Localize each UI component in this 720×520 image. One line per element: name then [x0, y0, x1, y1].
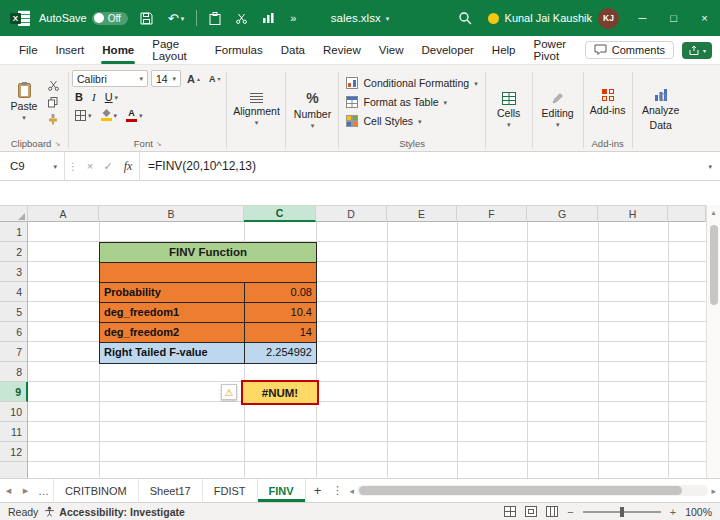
insert-function-button[interactable]: fx — [117, 159, 139, 174]
alignment-button[interactable]: Alignment ▾ — [230, 68, 282, 151]
chart-qat-button[interactable] — [259, 4, 278, 32]
expand-formula-bar-icon[interactable]: ▾ — [700, 163, 720, 170]
row-header-3[interactable]: 3 — [0, 262, 27, 282]
format-painter-button[interactable] — [48, 113, 59, 126]
tab-splitter-icon[interactable]: ⋮ — [330, 479, 346, 502]
close-button[interactable]: × — [689, 0, 720, 36]
autosave-toggle[interactable]: AutoSave Off — [39, 12, 128, 25]
sheet-tab-finv[interactable]: FINV — [258, 479, 306, 502]
font-color-button[interactable]: A ▾ — [123, 107, 146, 123]
conditional-formatting-button[interactable]: Conditional Formatting ▾ — [342, 74, 481, 92]
page-break-view-icon[interactable] — [546, 506, 558, 517]
table-label-cell[interactable]: Probability — [100, 283, 245, 302]
tab-page-layout[interactable]: Page Layout — [143, 36, 206, 65]
table-label-cell[interactable]: deg_freedom1 — [100, 303, 245, 322]
decrease-font-button[interactable]: A▾ — [206, 71, 224, 87]
cut-qat-button[interactable] — [233, 4, 250, 32]
table-value-cell[interactable]: 2.254992 — [245, 343, 316, 363]
row-header-2[interactable]: 2 — [0, 242, 27, 262]
excel-logo-icon[interactable]: X — [10, 9, 30, 27]
row-header-1[interactable]: 1 — [0, 222, 27, 242]
accessibility-status[interactable]: Accessibility: Investigate — [44, 506, 184, 518]
row-header-11[interactable]: 11 — [0, 422, 27, 442]
tab-review[interactable]: Review — [314, 36, 370, 65]
clipboard-qat-button[interactable] — [206, 4, 224, 32]
zoom-slider-knob[interactable] — [620, 507, 624, 517]
undo-button[interactable]: ↶ ▾ — [165, 4, 187, 32]
horizontal-scroll-thumb[interactable] — [359, 486, 682, 495]
comments-button[interactable]: Comments — [585, 41, 674, 59]
tab-view[interactable]: View — [370, 36, 413, 65]
column-header-partial[interactable] — [668, 206, 706, 222]
enter-button[interactable]: ✓ — [99, 160, 117, 173]
tab-insert[interactable]: Insert — [47, 36, 94, 65]
sheet-nav-left-icon[interactable]: ◂ — [0, 479, 17, 502]
tab-developer[interactable]: Developer — [412, 36, 482, 65]
borders-button[interactable]: ▾ — [72, 107, 95, 123]
number-button[interactable]: % Number ▾ — [289, 68, 335, 151]
increase-font-button[interactable]: A▴ — [184, 71, 203, 87]
maximize-button[interactable]: □ — [658, 0, 689, 36]
column-header-f[interactable]: F — [457, 206, 527, 222]
error-options-button[interactable]: ⚠ — [221, 384, 237, 400]
tab-home[interactable]: Home — [93, 36, 143, 65]
normal-view-icon[interactable] — [504, 506, 516, 517]
row-header-9[interactable]: 9 — [0, 382, 28, 402]
cells-button[interactable]: Cells ▾ — [489, 68, 529, 151]
italic-button[interactable]: I — [89, 89, 99, 105]
row-header-4[interactable]: 4 — [0, 282, 27, 302]
table-value-cell[interactable]: 0.08 — [245, 283, 316, 302]
horizontal-scrollbar[interactable]: ◂ ▸ — [346, 479, 720, 502]
fill-color-button[interactable]: ▾ — [98, 107, 121, 123]
name-box[interactable]: C9 ▾ — [0, 152, 64, 180]
column-header-h[interactable]: H — [598, 206, 668, 222]
scroll-up-icon[interactable]: ▴ — [707, 205, 720, 219]
bold-button[interactable]: B — [72, 89, 86, 105]
scroll-right-icon[interactable]: ▸ — [711, 486, 716, 496]
row-header-8[interactable]: 8 — [0, 362, 27, 382]
scroll-left-icon[interactable]: ◂ — [350, 486, 355, 496]
column-header-g[interactable]: G — [527, 206, 598, 222]
share-button[interactable]: ▾ — [682, 42, 712, 59]
table-value-cell[interactable]: 14 — [245, 323, 316, 342]
editing-button[interactable]: Editing ▾ — [536, 68, 580, 151]
row-header-12[interactable]: 12 — [0, 442, 27, 462]
paste-button[interactable]: Paste ▾ — [6, 68, 42, 136]
addins-button[interactable]: Add-ins — [587, 68, 629, 136]
row-header-7[interactable]: 7 — [0, 342, 27, 362]
active-error-cell[interactable]: #NUM! — [241, 380, 319, 405]
vertical-scrollbar[interactable]: ▴ — [706, 205, 720, 478]
sheet-tab-sheet17[interactable]: Sheet17 — [139, 479, 203, 502]
new-sheet-button[interactable]: + — [306, 479, 330, 502]
row-header-10[interactable]: 10 — [0, 402, 27, 422]
cut-button[interactable] — [48, 79, 59, 92]
column-header-c[interactable]: C — [244, 206, 316, 222]
sheet-nav-right-icon[interactable]: ▸ — [17, 479, 34, 502]
table-value-cell[interactable]: 10.4 — [245, 303, 316, 322]
row-header-6[interactable]: 6 — [0, 322, 27, 342]
tab-help[interactable]: Help — [483, 36, 525, 65]
font-dialog-launcher[interactable]: ↘ — [156, 140, 162, 148]
column-header-b[interactable]: B — [99, 206, 244, 222]
horizontal-scroll-track[interactable] — [357, 485, 708, 496]
zoom-slider[interactable] — [583, 511, 661, 513]
formula-input[interactable]: =FINV(20,10^12,13) — [140, 159, 700, 173]
cell-styles-button[interactable]: Cell Styles ▾ — [342, 112, 481, 130]
table-label-cell[interactable]: Right Tailed F-value — [100, 343, 245, 363]
page-layout-view-icon[interactable] — [525, 506, 537, 517]
tab-power-pivot[interactable]: Power Pivot — [525, 36, 585, 65]
cancel-button[interactable]: × — [81, 160, 99, 172]
sheet-tab-critbinom[interactable]: CRITBINOM — [54, 479, 139, 502]
tab-file[interactable]: File — [10, 36, 47, 65]
zoom-in-button[interactable]: + — [670, 506, 676, 518]
column-header-a[interactable]: A — [28, 206, 99, 222]
vertical-scroll-thumb[interactable] — [710, 225, 718, 305]
row-header-5[interactable]: 5 — [0, 302, 27, 322]
table-title-cell[interactable]: FINV Function — [100, 243, 316, 263]
document-title[interactable]: sales.xlsx ▾ — [331, 12, 389, 24]
analyze-data-button[interactable]: Analyze Data — [636, 68, 686, 151]
column-header-e[interactable]: E — [387, 206, 457, 222]
qat-overflow-button[interactable]: » — [287, 4, 299, 32]
tab-formulas[interactable]: Formulas — [206, 36, 272, 65]
table-label-cell[interactable]: deg_freedom2 — [100, 323, 245, 342]
